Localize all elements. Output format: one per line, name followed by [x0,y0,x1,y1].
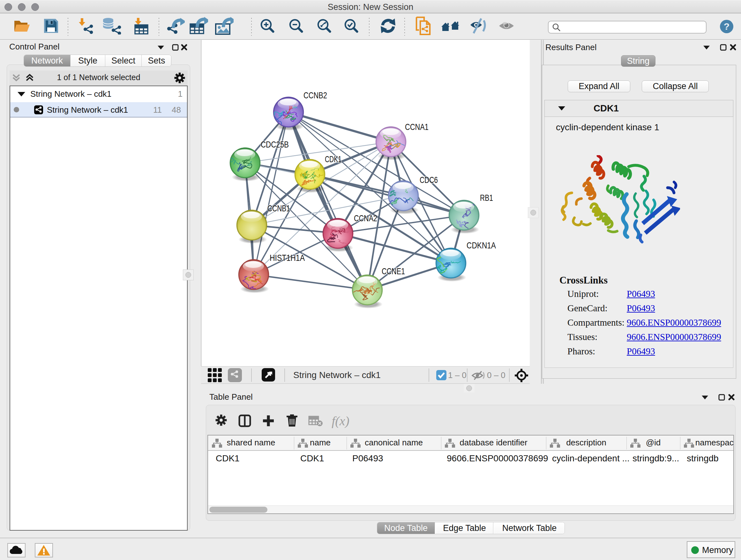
svg-text:CCNA2: CCNA2 [354,213,377,223]
svg-text:CDK1: CDK1 [325,154,341,164]
svg-text:CDC25B: CDC25B [261,139,289,149]
svg-text:CDC6: CDC6 [420,175,438,185]
svg-text:CCNB1: CCNB1 [267,203,290,213]
svg-text:CCNE1: CCNE1 [382,266,405,276]
svg-text:CCNA1: CCNA1 [405,122,428,132]
svg-text:CCNB2: CCNB2 [304,90,327,100]
svg-text:CDKN1A: CDKN1A [467,240,496,250]
svg-text:RB1: RB1 [480,193,493,203]
svg-text:HIST1H1A: HIST1H1A [270,253,305,263]
